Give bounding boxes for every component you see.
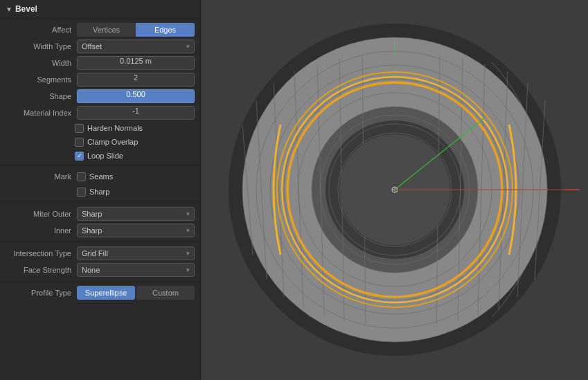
loop-slide-item: ✓ Loop Slide bbox=[75, 152, 123, 161]
sharp-label: Sharp bbox=[89, 188, 109, 196]
miter-outer-value: Sharp bbox=[82, 210, 102, 218]
loop-slide-row: ✓ Loop Slide bbox=[0, 149, 200, 163]
affect-btn-group: Vertices Edges bbox=[77, 23, 195, 37]
inner-label: Inner bbox=[6, 226, 71, 235]
panel-title: Bevel bbox=[15, 4, 37, 14]
check-icon: ✓ bbox=[77, 153, 82, 159]
width-type-value: Offset bbox=[82, 42, 102, 51]
profile-superellipse-button[interactable]: Superellipse bbox=[77, 286, 135, 300]
divider-1 bbox=[0, 165, 200, 166]
harden-normals-checkbox[interactable] bbox=[75, 124, 84, 133]
profile-btn-group: Superellipse Custom bbox=[77, 286, 195, 300]
width-type-dropdown[interactable]: Offset ▾ bbox=[77, 39, 195, 53]
inner-control: Sharp ▾ bbox=[77, 224, 195, 237]
loop-slide-label: Loop Slide bbox=[87, 152, 123, 160]
panel-body: Affect Vertices Edges Width Type Offset … bbox=[0, 19, 200, 304]
sharp-item: Sharp bbox=[77, 188, 109, 197]
segments-control: 2 bbox=[77, 73, 195, 87]
intersection-type-control: Grid Fill ▾ bbox=[77, 246, 195, 260]
seams-checkbox[interactable] bbox=[77, 172, 86, 181]
profile-type-control: Superellipse Custom bbox=[77, 286, 195, 300]
affect-control: Vertices Edges bbox=[77, 23, 195, 37]
affect-vertices-button[interactable]: Vertices bbox=[77, 23, 136, 37]
width-control: 0.0125 m bbox=[77, 56, 195, 70]
miter-outer-arrow-icon: ▾ bbox=[186, 210, 190, 217]
affect-row: Affect Vertices Edges bbox=[0, 21, 200, 38]
sharp-checkbox[interactable] bbox=[77, 188, 86, 197]
seams-item: Seams bbox=[77, 172, 113, 181]
width-type-arrow-icon: ▾ bbox=[186, 43, 190, 50]
material-index-control: -1 bbox=[77, 106, 195, 120]
segments-label: Segments bbox=[6, 75, 71, 84]
material-index-label: Material Index bbox=[6, 109, 71, 117]
miter-outer-row: Miter Outer Sharp ▾ bbox=[0, 206, 200, 222]
affect-label: Affect bbox=[6, 26, 71, 34]
viewport[interactable] bbox=[201, 0, 588, 380]
inner-dropdown[interactable]: Sharp ▾ bbox=[77, 224, 195, 237]
intersection-type-dropdown[interactable]: Grid Fill ▾ bbox=[77, 246, 195, 260]
viewport-svg bbox=[201, 0, 588, 380]
intersection-type-value: Grid Fill bbox=[82, 249, 108, 257]
loop-slide-checkbox[interactable]: ✓ bbox=[75, 152, 84, 161]
seams-label: Seams bbox=[89, 172, 113, 181]
shape-input[interactable]: 0.500 bbox=[77, 89, 195, 103]
width-row: Width 0.0125 m bbox=[0, 55, 200, 71]
width-input[interactable]: 0.0125 m bbox=[77, 56, 195, 70]
face-strength-dropdown[interactable]: None ▾ bbox=[77, 263, 195, 277]
shape-row: Shape 0.500 bbox=[0, 88, 200, 105]
mark-seams-row: Mark Seams bbox=[0, 169, 200, 184]
face-strength-control: None ▾ bbox=[77, 263, 195, 277]
divider-3 bbox=[0, 242, 200, 242]
shape-label: Shape bbox=[6, 92, 71, 100]
intersection-type-row: Intersection Type Grid Fill ▾ bbox=[0, 245, 200, 262]
mark-sharp-control: Sharp bbox=[77, 188, 195, 197]
divider-4 bbox=[0, 281, 200, 282]
segments-input[interactable]: 2 bbox=[77, 73, 195, 87]
shape-control: 0.500 bbox=[77, 89, 195, 103]
miter-outer-dropdown[interactable]: Sharp ▾ bbox=[77, 207, 195, 221]
width-type-label: Width Type bbox=[6, 42, 71, 51]
clamp-overlap-checkbox[interactable] bbox=[75, 138, 84, 147]
harden-normals-row: Harden Normals bbox=[0, 121, 200, 135]
harden-normals-item: Harden Normals bbox=[75, 124, 143, 133]
profile-type-row: Profile Type Superellipse Custom bbox=[0, 284, 200, 301]
face-strength-label: Face Strength bbox=[6, 266, 71, 274]
profile-type-label: Profile Type bbox=[6, 289, 71, 297]
miter-outer-label: Miter Outer bbox=[6, 210, 71, 218]
width-label: Width bbox=[6, 59, 71, 67]
clamp-overlap-row: Clamp Overlap bbox=[0, 135, 200, 149]
divider-2 bbox=[0, 202, 200, 203]
mark-label: Mark bbox=[6, 172, 71, 181]
material-index-input[interactable]: -1 bbox=[77, 106, 195, 120]
intersection-type-label: Intersection Type bbox=[6, 249, 71, 257]
segments-row: Segments 2 bbox=[0, 71, 200, 88]
harden-normals-label: Harden Normals bbox=[87, 124, 143, 132]
width-type-control: Offset ▾ bbox=[77, 39, 195, 53]
clamp-overlap-label: Clamp Overlap bbox=[87, 138, 138, 146]
properties-panel: ▼ Bevel Affect Vertices Edges Width Type… bbox=[0, 0, 201, 380]
affect-edges-button[interactable]: Edges bbox=[136, 23, 195, 37]
clamp-overlap-item: Clamp Overlap bbox=[75, 138, 138, 147]
face-strength-row: Face Strength None ▾ bbox=[0, 262, 200, 278]
miter-outer-control: Sharp ▾ bbox=[77, 207, 195, 221]
profile-custom-button[interactable]: Custom bbox=[136, 286, 195, 300]
width-type-row: Width Type Offset ▾ bbox=[0, 38, 200, 55]
inner-row: Inner Sharp ▾ bbox=[0, 222, 200, 239]
face-strength-value: None bbox=[82, 266, 100, 274]
material-index-row: Material Index -1 bbox=[0, 105, 200, 121]
inner-arrow-icon: ▾ bbox=[186, 227, 190, 234]
intersection-type-arrow-icon: ▾ bbox=[186, 250, 190, 257]
inner-value: Sharp bbox=[82, 226, 102, 235]
panel-collapse-icon: ▼ bbox=[6, 6, 12, 13]
face-strength-arrow-icon: ▾ bbox=[186, 266, 190, 273]
mark-seams-control: Seams bbox=[77, 172, 195, 181]
bevel-panel-header[interactable]: ▼ Bevel bbox=[0, 0, 200, 19]
mark-sharp-row: Sharp bbox=[0, 184, 200, 199]
